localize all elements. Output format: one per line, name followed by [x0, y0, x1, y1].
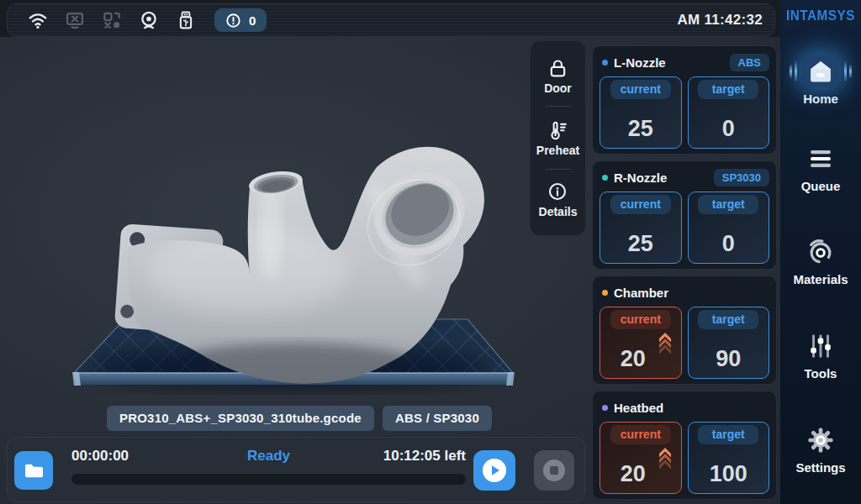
current-temp-card: current 25: [600, 192, 682, 264]
print-control-bar: 00:00:00 Ready 10:12:05 left: [7, 437, 585, 502]
current-label: current: [610, 80, 671, 99]
nav-label: Tools: [805, 366, 837, 381]
status-dot: [602, 405, 608, 411]
current-label: current: [610, 425, 671, 444]
nav-label: Home: [803, 92, 838, 106]
panel-title: Chamber: [614, 286, 668, 300]
current-temp-card: current 25: [600, 76, 682, 149]
temp-panel-l-nozzle[interactable]: L-Nozzle ABS current 25 target 0: [592, 45, 777, 155]
target-value: 0: [722, 116, 735, 142]
camera-icon[interactable]: [139, 10, 159, 30]
spool-icon: [806, 238, 835, 266]
current-label: current: [610, 310, 671, 329]
heating-up-icon: [658, 331, 673, 354]
panel-title: Heatbed: [614, 401, 663, 415]
door-button[interactable]: Door: [544, 58, 572, 95]
nav-tools[interactable]: Tools: [780, 330, 861, 381]
thermometer-icon: [547, 118, 569, 141]
nav-home[interactable]: Home: [780, 55, 861, 106]
temp-panel-r-nozzle[interactable]: R-Nozzle SP3030 current 25 target 0: [592, 160, 777, 270]
divider: [546, 169, 571, 170]
nav-sidebar: INTAMSYS Home Queue: [780, 0, 861, 504]
progress-bar: [71, 474, 466, 485]
play-icon: [482, 458, 507, 483]
folder-icon: [23, 460, 45, 480]
target-temp-card[interactable]: target 90: [688, 307, 770, 379]
material-pair-chip: ABS / SP3030: [383, 406, 492, 431]
clock: AM 11:42:32: [677, 12, 763, 29]
temp-panel-heatbed[interactable]: Heatbed current 20 target 100: [592, 391, 777, 500]
glow-streak: [795, 60, 797, 82]
current-label: current: [610, 195, 671, 214]
material-badge: SP3030: [714, 169, 769, 186]
panel-title: R-Nozzle: [614, 171, 667, 185]
target-label: target: [698, 310, 758, 329]
screen-cast-off-icon[interactable]: [102, 10, 122, 30]
sliders-icon: [807, 333, 834, 360]
nav-label: Queue: [801, 179, 841, 193]
target-temp-card[interactable]: target 0: [688, 76, 770, 149]
nav-materials[interactable]: Materials: [780, 236, 861, 286]
heating-up-icon: [658, 446, 673, 470]
current-temp-card: current 20: [600, 307, 682, 379]
target-value: 90: [716, 346, 741, 372]
target-temp-card[interactable]: target 100: [688, 422, 770, 494]
details-label: Details: [539, 205, 578, 218]
quick-action-bar: Door Preheat Details: [530, 40, 586, 236]
glow-streak: [790, 64, 792, 79]
usb-drive-icon[interactable]: [176, 10, 196, 30]
current-temp-card: current 20: [600, 422, 682, 494]
status-dot: [602, 290, 608, 296]
material-badge: ABS: [730, 54, 769, 71]
current-value: 25: [628, 116, 653, 142]
status-dot: [602, 60, 608, 66]
stop-button[interactable]: [534, 450, 574, 491]
temp-panel-chamber[interactable]: Chamber current 20 target 90: [592, 276, 777, 385]
nav-settings[interactable]: Settings: [780, 424, 861, 475]
preheat-button[interactable]: Preheat: [536, 118, 579, 157]
panel-title: L-Nozzle: [614, 55, 666, 70]
time-remaining: 10:12:05 left: [71, 448, 466, 465]
home-icon: [807, 59, 834, 84]
queue-icon: [808, 148, 833, 170]
gear-icon: [807, 427, 834, 454]
wifi-icon[interactable]: [28, 10, 48, 30]
glow-streak: [844, 60, 847, 82]
alert-count: 0: [249, 13, 256, 28]
glow-streak: [849, 64, 852, 79]
temperature-column: L-Nozzle ABS current 25 target 0 R-Nozzl…: [592, 45, 777, 504]
gcode-file-chip: PRO310_ABS+_SP3030_310tube.gcode: [107, 406, 374, 431]
alerts-badge[interactable]: 0: [214, 8, 267, 32]
stop-icon: [542, 459, 566, 482]
lock-icon: [547, 58, 569, 79]
current-value: 20: [621, 346, 646, 372]
nav-label: Settings: [795, 460, 845, 475]
door-label: Door: [544, 81, 572, 95]
file-browser-button[interactable]: [14, 451, 53, 490]
target-temp-card[interactable]: target 0: [688, 192, 770, 264]
target-label: target: [698, 425, 758, 444]
current-value: 20: [621, 461, 646, 487]
nav-queue[interactable]: Queue: [780, 143, 861, 193]
alert-circle-icon: [225, 13, 241, 29]
info-icon: [547, 181, 568, 202]
nav-label: Materials: [793, 272, 848, 286]
divider: [546, 106, 571, 107]
preheat-label: Preheat: [536, 144, 579, 157]
target-value: 100: [710, 461, 747, 487]
play-button[interactable]: [473, 450, 515, 491]
status-bar: 0 AM 11:42:32: [7, 3, 775, 37]
current-value: 25: [628, 231, 653, 257]
display-off-icon[interactable]: [65, 10, 85, 30]
intamsys-logo: INTAMSYS: [779, 7, 861, 24]
target-label: target: [698, 195, 758, 214]
target-value: 0: [722, 231, 735, 257]
status-dot: [602, 175, 608, 181]
target-label: target: [698, 80, 758, 99]
details-button[interactable]: Details: [539, 181, 578, 218]
